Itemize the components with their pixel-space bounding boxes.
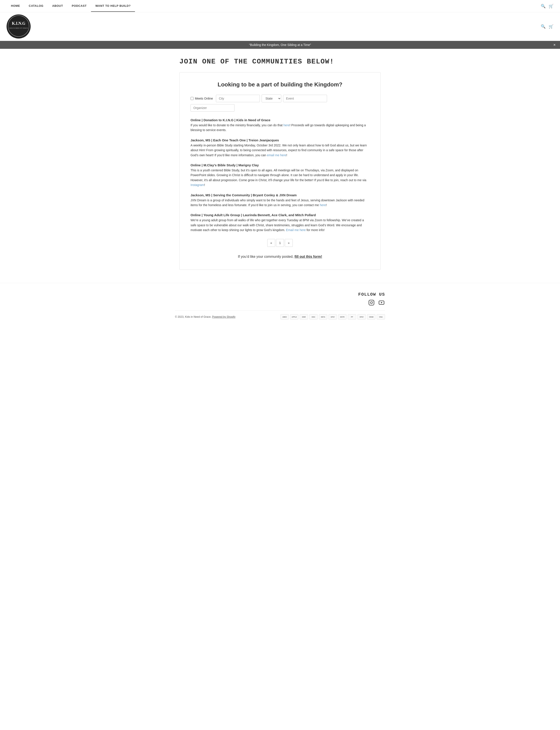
footer: FOLLOW US <box>0 283 560 324</box>
meets-online-text: Meets Online <box>195 97 213 100</box>
cart-button-logo[interactable]: 🛒 <box>549 24 553 29</box>
community-link[interactable]: here <box>320 203 326 207</box>
pagination-next[interactable]: » <box>285 239 293 247</box>
meets-online-label[interactable]: Meets Online <box>191 97 213 100</box>
pagination-prev[interactable]: « <box>267 239 275 247</box>
community-item-heading: Online | Young Adult Life Group | Laurin… <box>191 213 369 217</box>
event-input[interactable] <box>283 95 327 102</box>
copyright: © 2023, Kids in Need of Grace. Powered b… <box>175 315 235 318</box>
nav-links: HOME CATALOG ABOUT PODCAST WANT TO HELP … <box>7 0 135 12</box>
payment-discover: DISC <box>309 314 318 319</box>
youtube-icon[interactable] <box>378 299 385 306</box>
payment-apple: APPLE <box>290 314 298 319</box>
logo-right-actions: 🔍 🛒 <box>541 24 553 29</box>
organizer-input[interactable] <box>191 104 235 112</box>
list-item: Online | Donation to K.I.N.G | Kids in N… <box>191 118 369 133</box>
list-item: Online | M.Clay's Bible Study | Marigny … <box>191 163 369 187</box>
community-link[interactable]: Instagram <box>191 183 204 187</box>
nav-right: 🔍 🛒 <box>541 4 553 9</box>
footer-bottom: © 2023, Kids in Need of Grace. Powered b… <box>175 310 385 319</box>
nav-home[interactable]: HOME <box>7 0 25 12</box>
payment-meta: META <box>319 314 327 319</box>
svg-rect-3 <box>369 300 374 305</box>
community-item-heading: Online | Donation to K.I.N.G | Kids in N… <box>191 118 369 122</box>
community-item-desc: A weekly in-person Bible Study starting … <box>191 143 369 157</box>
payment-diners: DINR <box>300 314 308 319</box>
city-input[interactable] <box>216 95 260 102</box>
svg-text:K.I.N.G: K.I.N.G <box>12 21 25 26</box>
list-item: Online | Young Adult Life Group | Laurin… <box>191 213 369 232</box>
community-item-desc: We’re a young adult group from all walks… <box>191 218 369 232</box>
instagram-icon[interactable] <box>368 299 375 306</box>
community-item-desc: JXN Dream is a group of individuals who … <box>191 198 369 208</box>
svg-text:KIDS IN NEED OF GRACE: KIDS IN NEED OF GRACE <box>9 27 28 29</box>
community-item-heading: Jackson, MS | Each One Teach One | Treio… <box>191 138 369 142</box>
search-button-logo[interactable]: 🔍 <box>541 24 546 29</box>
community-box: Looking to be a part of building the Kin… <box>179 72 381 270</box>
announcement-text: “Building the Kingdom, One Sibling at a … <box>249 43 311 47</box>
nav-catalog[interactable]: CATALOG <box>25 0 48 12</box>
logo-bar: K.I.N.G KIDS IN NEED OF GRACE 🔍 🛒 <box>0 12 560 41</box>
pagination: « 1 » <box>191 239 369 247</box>
payment-visa: VISA <box>377 314 385 319</box>
payment-amex: AMEX <box>280 314 289 319</box>
logo: K.I.N.G KIDS IN NEED OF GRACE <box>7 14 31 38</box>
nav-about[interactable]: ABOUT <box>48 0 67 12</box>
cta-link[interactable]: fill out this form! <box>294 255 322 258</box>
search-button-top[interactable]: 🔍 <box>541 4 546 9</box>
nav-podcast[interactable]: PODCAST <box>67 0 91 12</box>
powered-by-link[interactable]: Powered by Shopify <box>212 315 236 318</box>
follow-heading: FOLLOW US <box>175 292 385 297</box>
social-icons <box>175 299 385 306</box>
payment-paypal: PP <box>348 314 356 319</box>
community-link[interactable]: Email me here <box>286 228 306 232</box>
svg-marker-7 <box>381 302 383 303</box>
pagination-current: 1 <box>276 239 284 247</box>
footer-follow: FOLLOW US <box>175 292 385 306</box>
state-select[interactable]: State MS TX GA <box>262 94 281 102</box>
logo-text: K.I.N.G KIDS IN NEED OF GRACE <box>8 15 30 38</box>
payment-opay: OPAY <box>357 314 366 319</box>
community-link[interactable]: email me here <box>267 153 286 157</box>
cta-text: If you’d like your community posted, <box>238 255 295 258</box>
community-item-heading: Jackson, MS | Serving the Community | Br… <box>191 193 369 197</box>
top-nav: HOME CATALOG ABOUT PODCAST WANT TO HELP … <box>0 0 560 12</box>
payment-venmo: VENM <box>367 314 375 319</box>
community-cta: If you’d like your community posted, fil… <box>191 255 369 259</box>
cart-button-top[interactable]: 🛒 <box>549 4 553 9</box>
nav-want-to-help[interactable]: WANT TO HELP BUILD? <box>91 0 135 12</box>
svg-point-0 <box>8 16 29 37</box>
page-title: JOIN ONE OF THE COMMUNITIES BELOW! <box>179 58 381 66</box>
payment-gpay: GPAY <box>329 314 337 319</box>
community-item-desc: This is a youth centered Bible Study, bu… <box>191 168 369 187</box>
payment-icons: AMEX APPLE DINR DISC META GPAY MSTR PP O… <box>280 314 385 319</box>
announcement-close[interactable]: × <box>553 43 556 47</box>
announcement-bar: “Building the Kingdom, One Sibling at a … <box>0 41 560 49</box>
payment-mastercard: MSTR <box>338 314 347 319</box>
list-item: Jackson, MS | Serving the Community | Br… <box>191 193 369 208</box>
community-list: Online | Donation to K.I.N.G | Kids in N… <box>191 118 369 232</box>
meets-online-checkbox[interactable] <box>191 97 194 100</box>
community-link[interactable]: here <box>283 123 290 127</box>
svg-point-4 <box>370 302 372 304</box>
list-item: Jackson, MS | Each One Teach One | Treio… <box>191 138 369 157</box>
community-heading: Looking to be a part of building the Kin… <box>191 81 369 88</box>
community-item-heading: Online | M.Clay's Bible Study | Marigny … <box>191 163 369 167</box>
main-content: JOIN ONE OF THE COMMUNITIES BELOW! Looki… <box>175 49 385 283</box>
svg-point-5 <box>373 301 373 301</box>
filter-bar: Meets Online State MS TX GA <box>191 94 369 112</box>
community-item-desc: If you would like to donate to the minis… <box>191 123 369 133</box>
